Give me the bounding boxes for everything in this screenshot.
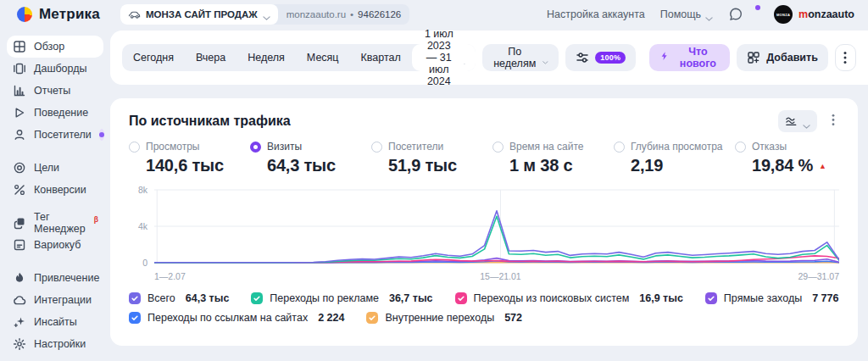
date-preset-2[interactable]: Неделя — [236, 44, 296, 71]
sidebar-item-label: Дашборды — [34, 63, 87, 75]
sidebar-item-overview[interactable]: Обзор — [7, 36, 103, 58]
metric-tab[interactable]: Просмотры140,6 тыс — [129, 141, 250, 175]
metric-value-text: 1 м 38 с — [509, 156, 572, 175]
sidebar-item-reports[interactable]: Отчеты — [7, 80, 103, 102]
y-tick-label: 4k — [138, 221, 147, 231]
card-kebab-menu[interactable] — [827, 114, 839, 129]
beta-badge: β — [94, 215, 98, 224]
sidebar-group: Тег МенеджерβВариокуб — [7, 212, 103, 256]
toolbar: СегодняВчераНеделяМесяцКвартал 1 июл 202… — [110, 31, 868, 85]
legend-value: 572 — [504, 312, 522, 324]
integrations-icon — [13, 293, 26, 307]
whats-new-button[interactable]: Что нового — [649, 44, 730, 71]
sidebar-item-behavior[interactable]: Поведение — [7, 102, 103, 124]
metric-header: Просмотры — [129, 141, 250, 153]
metrics-row: Просмотры140,6 тысВизиты64,3 тысПосетите… — [129, 141, 839, 175]
y-tick-label: 8k — [138, 185, 147, 195]
sidebar-item-goals[interactable]: Цели — [7, 157, 103, 179]
checkbox-checked-icon[interactable] — [455, 292, 467, 304]
metric-tab[interactable]: Глубина просмотра2,19 — [614, 141, 735, 175]
checkbox-checked-icon[interactable] — [705, 292, 717, 304]
metric-label: Посетители — [388, 141, 443, 153]
sidebar-item-variocube[interactable]: Вариокуб — [7, 234, 103, 256]
account-settings-link[interactable]: Настройка аккаунта — [547, 8, 645, 20]
whats-new-label: Что нового — [676, 46, 720, 69]
sidebar-item-label: Привлечение — [34, 272, 99, 284]
date-range-picker[interactable]: 1 июл 2023 — 31 июл 2024 — [412, 44, 476, 71]
legend-item[interactable]: Прямые заходы7 776 — [705, 292, 839, 304]
radio-selected-icon[interactable] — [250, 142, 261, 153]
add-widget-button[interactable]: Добавить — [737, 44, 828, 71]
chat-icon[interactable] — [728, 7, 743, 22]
metric-value-text: 140,6 тыс — [146, 156, 224, 175]
date-preset-3[interactable]: Месяц — [296, 44, 350, 71]
car-icon — [128, 8, 141, 21]
sampling-button[interactable]: 100% — [565, 44, 636, 71]
metric-value: 19,84 %▲ — [752, 156, 826, 175]
checkbox-checked-icon[interactable] — [129, 312, 141, 324]
sampling-badge: 100% — [595, 52, 626, 64]
metric-value-text: 19,84 % — [752, 156, 813, 175]
checkbox-checked-icon[interactable] — [366, 312, 378, 324]
chevron-down-icon — [705, 12, 713, 17]
toolbar-kebab-menu[interactable] — [835, 44, 856, 71]
sidebar-item-visitors[interactable]: Посетители — [7, 124, 103, 146]
kebab-menu-icon — [843, 51, 847, 64]
chart-type-button[interactable] — [778, 110, 817, 132]
sidebar-item-label: Инсайты — [34, 316, 77, 328]
legend-item[interactable]: Всего64,3 тыс — [129, 292, 229, 304]
counter-domain: monzaauto.ru — [287, 9, 346, 19]
main-content: СегодняВчераНеделяМесяцКвартал 1 июл 202… — [110, 27, 868, 361]
sidebar-item-insights[interactable]: Инсайты — [7, 311, 103, 333]
chart-area: 04k8k — [129, 186, 839, 268]
metric-tab[interactable]: Посетители51,9 тыс — [371, 141, 492, 175]
sidebar-item-attraction[interactable]: Привлечение — [7, 267, 103, 289]
metric-tab[interactable]: Время на сайте1 м 38 с — [492, 141, 614, 175]
add-widget-icon — [747, 51, 760, 64]
legend-value: 16,9 тыс — [639, 292, 683, 304]
sidebar-item-settings[interactable]: Настройки — [7, 333, 103, 355]
granularity-select[interactable]: По неделям — [482, 44, 559, 71]
date-preset-1[interactable]: Вчера — [185, 44, 236, 71]
counter-name-button[interactable]: МОНЗА САЙТ ПРОДАЖ — [120, 4, 278, 25]
legend-item[interactable]: Переходы по рекламе36,7 тыс — [251, 292, 432, 304]
metrika-logo-icon — [17, 7, 32, 22]
checkbox-checked-icon[interactable] — [251, 292, 263, 304]
chart-legend: Всего64,3 тысПереходы по рекламе36,7 тыс… — [129, 292, 839, 324]
metric-selected-tab[interactable]: Визиты64,3 тыс — [250, 141, 371, 175]
metrika-logo[interactable]: Метрика — [17, 6, 100, 23]
sidebar-item-label: Обзор — [34, 41, 64, 53]
sidebar-group: ПривлечениеИнтеграцииИнсайтыНастройки — [7, 267, 103, 355]
metric-tab[interactable]: Отказы19,84 %▲ — [735, 141, 826, 175]
counter-id: 94626126 — [358, 9, 401, 19]
date-preset-0[interactable]: Сегодня — [122, 44, 185, 71]
radio-unselected-icon[interactable] — [371, 142, 382, 153]
legend-label: Переходы из поисковых систем — [474, 292, 630, 304]
radio-unselected-icon[interactable] — [735, 142, 746, 153]
legend-item[interactable]: Внутренние переходы572 — [366, 312, 522, 324]
legend-item[interactable]: Переходы из поисковых систем16,9 тыс — [455, 292, 683, 304]
radio-unselected-icon[interactable] — [129, 142, 140, 153]
counter-meta[interactable]: monzaauto.ru • 94626126 — [278, 9, 410, 19]
sidebar-item-dashboards[interactable]: Дашборды — [7, 58, 103, 80]
variocube-icon — [13, 238, 26, 252]
sidebar-item-conversions[interactable]: Конверсии — [7, 179, 103, 201]
user-menu[interactable]: MONZA monzaauto — [774, 5, 854, 24]
attraction-icon — [13, 271, 26, 285]
metric-label: Время на сайте — [509, 141, 583, 153]
help-menu[interactable]: Помощь — [660, 8, 713, 20]
radio-unselected-icon[interactable] — [492, 142, 504, 153]
add-label: Добавить — [766, 52, 818, 64]
metric-header: Отказы — [735, 141, 826, 153]
card-header: По источникам трафика — [129, 110, 839, 132]
sidebar-item-tag-manager[interactable]: Тег Менеджерβ — [7, 212, 103, 234]
line-chart[interactable] — [154, 186, 839, 268]
behavior-icon — [13, 106, 26, 119]
radio-unselected-icon[interactable] — [614, 142, 625, 153]
legend-item[interactable]: Переходы по ссылкам на сайтах2 224 — [129, 312, 344, 324]
date-preset-4[interactable]: Квартал — [350, 44, 412, 71]
chevron-down-icon — [542, 55, 548, 60]
sliders-icon — [576, 51, 589, 64]
sidebar-item-integrations[interactable]: Интеграции — [7, 289, 103, 311]
checkbox-checked-icon[interactable] — [129, 292, 141, 304]
